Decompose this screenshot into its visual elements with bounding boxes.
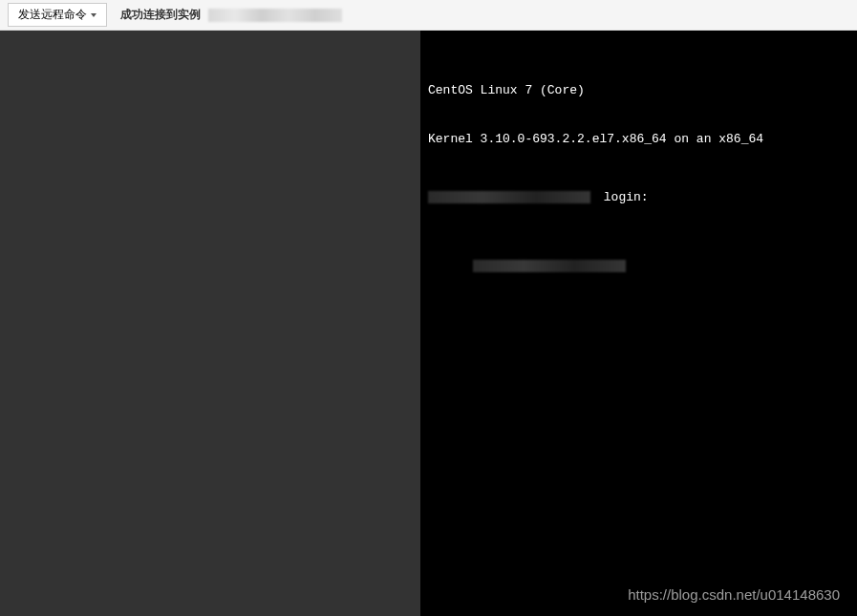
console-area: CentOS Linux 7 (Core) Kernel 3.10.0-693.… [0, 31, 857, 616]
redacted-instance-id [208, 9, 342, 22]
left-blank-panel [0, 31, 420, 616]
terminal-line-kernel: Kernel 3.10.0-693.2.2.el7.x86_64 on an x… [428, 131, 849, 147]
terminal-line-os: CentOS Linux 7 (Core) [428, 82, 849, 98]
watermark-text: https://blog.csdn.net/u014148630 [628, 586, 840, 603]
chevron-down-icon [91, 13, 96, 17]
terminal-login-prompt: login: [596, 189, 649, 205]
send-remote-command-label: 发送远程命令 [18, 7, 87, 23]
redacted-below [473, 260, 626, 272]
terminal-login-row: login: [428, 189, 849, 205]
toolbar: 发送远程命令 成功连接到实例 [0, 0, 857, 31]
terminal-panel[interactable]: CentOS Linux 7 (Core) Kernel 3.10.0-693.… [420, 31, 857, 616]
send-remote-command-dropdown[interactable]: 发送远程命令 [8, 3, 107, 27]
terminal-below-row [428, 241, 849, 289]
redacted-hostname [428, 191, 590, 203]
connection-status-label: 成功连接到实例 [120, 7, 201, 23]
